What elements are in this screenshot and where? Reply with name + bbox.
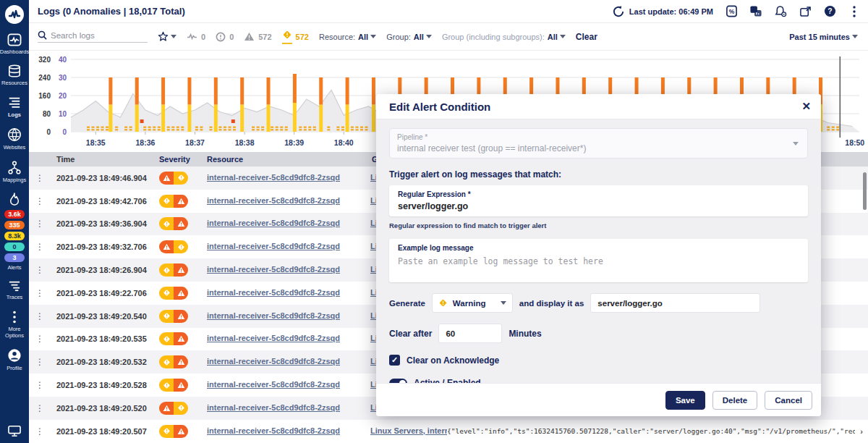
row-menu-icon[interactable]: ⋮ (29, 219, 51, 229)
display-as-input[interactable] (590, 293, 760, 313)
example-log-field[interactable]: Example log message Paste an example log… (389, 239, 808, 282)
row-menu-icon[interactable]: ⋮ (29, 403, 51, 413)
column-header-time[interactable]: Time (51, 155, 153, 164)
clear-after-row: Clear after Minutes (389, 324, 808, 343)
search-input[interactable] (51, 31, 137, 40)
alert-severity-badge[interactable]: 3.6k (4, 210, 25, 219)
time-range-select[interactable]: Past 15 minutes (789, 33, 858, 41)
overflow-menu-icon[interactable] (848, 5, 861, 18)
warning-severity-icon (159, 310, 174, 323)
critical-count[interactable]: 0 (216, 32, 234, 42)
alert-severity-badge[interactable]: 8.3k (4, 232, 25, 240)
row-menu-icon[interactable]: ⋮ (29, 334, 51, 344)
integrations-icon[interactable] (749, 5, 762, 18)
svg-text:18:50: 18:50 (845, 138, 864, 147)
alert-severity-badge[interactable]: 0 (4, 242, 25, 251)
sidebar-item-websites[interactable]: Websites (0, 127, 29, 151)
column-header-resource[interactable]: Resource (201, 155, 366, 164)
error-severity-icon (174, 195, 188, 208)
resource-link[interactable]: internal-receiver-5c8cd9dfc8-2zsqd (207, 288, 340, 297)
log-time: 2021-09-23 18:49:20.520 (51, 404, 153, 413)
resource-link[interactable]: internal-receiver-5c8cd9dfc8-2zsqd (207, 173, 340, 182)
svg-text:40: 40 (59, 56, 67, 64)
delete-button[interactable]: Delete (712, 391, 758, 410)
svg-text:0: 0 (62, 128, 67, 136)
subgroup-filter[interactable]: Group (including subgroups): All (442, 33, 566, 41)
vertical-scrollbar-thumb[interactable] (863, 172, 867, 210)
log-time: 2021-09-23 18:49:32.706 (51, 242, 153, 251)
sidebar-item-logs[interactable]: Logs (0, 96, 29, 118)
row-menu-icon[interactable]: ⋮ (29, 288, 51, 298)
help-icon[interactable]: ? (823, 5, 836, 18)
row-menu-icon[interactable]: ⋮ (29, 242, 51, 252)
warning-count[interactable]: 572 (282, 30, 309, 44)
sidebar-item-label: Resources (1, 80, 27, 86)
row-menu-icon[interactable]: ⋮ (29, 196, 51, 206)
cancel-button[interactable]: Cancel (765, 391, 812, 410)
clear-after-label: Clear after (389, 329, 432, 339)
svg-text:18:40: 18:40 (334, 138, 354, 147)
saved-searches-button[interactable] (158, 31, 176, 42)
alert-severity-badge[interactable]: 3 (4, 253, 25, 262)
row-menu-icon[interactable]: ⋮ (29, 265, 51, 275)
save-button[interactable]: Save (665, 391, 705, 410)
sidebar-item-profile[interactable]: Profile (0, 348, 29, 371)
resource-link[interactable]: internal-receiver-5c8cd9dfc8-2zsqd (207, 219, 340, 227)
resource-link[interactable]: internal-receiver-5c8cd9dfc8-2zsqd (207, 380, 340, 389)
resource-link[interactable]: internal-receiver-5c8cd9dfc8-2zsqd (207, 265, 340, 274)
dashboards-icon (7, 33, 22, 46)
clear-on-ack-checkbox[interactable]: ✓ (389, 355, 400, 366)
clear-filters-button[interactable]: Clear (576, 32, 597, 42)
warning-severity-icon (159, 425, 174, 438)
open-window-icon[interactable] (799, 5, 812, 18)
group-filter[interactable]: Group: All (386, 33, 432, 41)
svg-text:0: 0 (46, 128, 51, 136)
regex-field[interactable]: Regular Expression * server/logger.go (389, 185, 808, 216)
groups-link[interactable]: Linux Servers, internal-r… (370, 426, 447, 435)
resource-link[interactable]: internal-receiver-5c8cd9dfc8-2zsqd (207, 334, 340, 342)
refresh-icon[interactable] (612, 5, 625, 18)
resource-link[interactable]: internal-receiver-5c8cd9dfc8-2zsqd (207, 357, 340, 366)
log-row[interactable]: ⋮2021-09-23 18:49:20.507internal-receive… (29, 420, 868, 443)
log-time: 2021-09-23 18:49:20.540 (51, 312, 153, 321)
sidebar-item-alerts[interactable]: 3.6k3358.3k03 Alerts (0, 193, 29, 271)
row-menu-icon[interactable]: ⋮ (29, 426, 51, 436)
log-time: 2021-09-23 18:49:20.532 (51, 358, 153, 366)
regex-value[interactable]: server/logger.go (398, 201, 799, 211)
sidebar-item-monitor[interactable] (7, 425, 22, 437)
resource-link[interactable]: internal-receiver-5c8cd9dfc8-2zsqd (207, 403, 340, 412)
alert-severity-badge[interactable]: 335 (4, 221, 25, 229)
sidebar-item-mappings[interactable]: Mappings (0, 161, 29, 183)
error-severity-icon (174, 379, 188, 392)
resource-link[interactable]: internal-receiver-5c8cd9dfc8-2zsqd (207, 196, 340, 205)
error-count[interactable]: 572 (244, 32, 271, 41)
reports-icon[interactable]: % (725, 5, 738, 18)
row-menu-icon[interactable]: ⋮ (29, 173, 51, 183)
row-menu-icon[interactable]: ⋮ (29, 380, 51, 390)
resource-link[interactable]: internal-receiver-5c8cd9dfc8-2zsqd (207, 426, 340, 435)
sidebar-item-label: More Options (0, 326, 29, 339)
row-menu-icon[interactable]: ⋮ (29, 311, 51, 321)
severity-select[interactable]: Warning (432, 293, 513, 313)
resource-link[interactable]: internal-receiver-5c8cd9dfc8-2zsqd (207, 311, 340, 320)
warning-severity-icon (174, 240, 188, 253)
resource-filter-label: Resource: (319, 33, 355, 41)
sidebar-item-dashboards[interactable]: Dashboards (0, 33, 29, 55)
warning-severity-icon (159, 217, 174, 230)
app-logo[interactable] (5, 5, 24, 24)
pipeline-value: internal receiver test (group == interna… (397, 143, 800, 153)
sidebar-item-traces[interactable]: Traces (0, 280, 29, 300)
warning-diamond-icon (438, 298, 448, 308)
alert-settings-icon[interactable] (774, 5, 787, 18)
row-menu-icon[interactable]: ⋮ (29, 357, 51, 367)
anomaly-count[interactable]: 0 (187, 33, 205, 41)
sidebar-item-resources[interactable]: Resources (0, 64, 29, 86)
resource-link[interactable]: internal-receiver-5c8cd9dfc8-2zsqd (207, 242, 340, 250)
resource-filter[interactable]: Resource: All (319, 33, 376, 41)
clear-after-input[interactable] (438, 324, 502, 343)
expand-row-icon[interactable]: › (855, 427, 868, 436)
chevron-down-icon (426, 35, 432, 38)
sidebar-item-more-options[interactable]: More Options (0, 311, 29, 339)
column-header-severity[interactable]: Severity (153, 155, 201, 164)
close-icon[interactable]: ✕ (801, 100, 811, 113)
